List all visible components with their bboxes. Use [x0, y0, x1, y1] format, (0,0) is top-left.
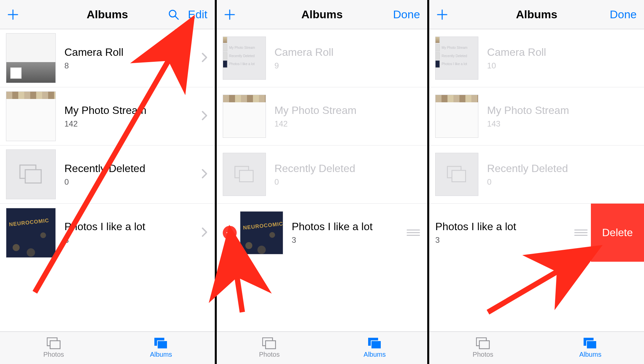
tab-label: Albums — [150, 351, 172, 358]
album-count: 143 — [487, 119, 644, 129]
done-button[interactable]: Done — [610, 8, 637, 21]
album-title: Photos I like a lot — [435, 221, 574, 233]
album-row-recently-deleted[interactable]: Recently Deleted 0 — [0, 145, 215, 204]
svg-rect-14 — [452, 170, 466, 182]
tab-label: Albums — [579, 351, 602, 358]
album-thumbnail — [6, 91, 56, 141]
album-title: Camera Roll — [275, 46, 428, 58]
album-row-photo-stream[interactable]: My Photo Stream 142 — [0, 87, 215, 145]
tab-label: Albums — [363, 351, 386, 358]
album-title: My Photo Stream — [487, 104, 644, 117]
album-thumbnail — [435, 153, 478, 196]
album-count: 3 — [435, 235, 574, 245]
tabbar: Photos Albums — [0, 331, 215, 364]
album-list-edit: My Photo Stream Recently Deleted Photos … — [429, 29, 644, 331]
album-row-photos-i-like[interactable]: Photos I like a lot 3 — [0, 204, 215, 262]
tab-albums[interactable]: Albums — [322, 332, 427, 364]
svg-rect-10 — [266, 341, 276, 349]
tabbar: Photos Albums — [217, 331, 428, 364]
add-album-button[interactable] — [224, 9, 235, 20]
tab-label: Photos — [43, 351, 64, 358]
screen-albums-view: Albums Edit Camera Roll 8 My Photo Strea… — [0, 0, 215, 364]
album-row-camera-roll: My Photo Stream Recently Deleted Photos … — [217, 29, 428, 87]
album-count: 3 — [292, 235, 407, 245]
tab-photos[interactable]: Photos — [0, 332, 107, 364]
album-row-recently-deleted: Recently Deleted 0 — [429, 145, 644, 204]
chevron-right-icon — [201, 227, 207, 238]
tab-albums[interactable]: Albums — [537, 332, 644, 364]
tab-label: Photos — [259, 351, 280, 358]
album-count: 8 — [64, 61, 201, 70]
chevron-right-icon — [201, 169, 207, 180]
album-title: Recently Deleted — [275, 162, 428, 175]
reorder-handle-icon[interactable] — [574, 229, 588, 236]
album-title: My Photo Stream — [64, 104, 201, 117]
navbar: Albums Done — [429, 0, 644, 29]
svg-rect-16 — [479, 341, 489, 349]
delete-minus-button[interactable] — [223, 226, 237, 240]
svg-rect-12 — [371, 341, 381, 349]
album-row-camera-roll[interactable]: Camera Roll 8 — [0, 29, 215, 87]
album-title: Camera Roll — [64, 46, 201, 58]
tabbar: Photos Albums — [429, 331, 644, 364]
done-button[interactable]: Done — [393, 8, 420, 21]
tab-label: Photos — [473, 351, 493, 358]
album-row-photo-stream: My Photo Stream 143 — [429, 87, 644, 145]
album-thumbnail — [6, 149, 56, 199]
navbar: Albums Done — [217, 0, 428, 29]
svg-rect-4 — [50, 341, 60, 349]
album-thumbnail: My Photo Stream Recently Deleted Photos … — [223, 37, 266, 80]
edit-button[interactable]: Edit — [188, 8, 207, 21]
album-title: Recently Deleted — [487, 162, 644, 175]
album-thumbnail — [435, 95, 478, 138]
album-thumbnail: My Photo Stream Recently Deleted Photos … — [435, 37, 478, 80]
album-count: 142 — [64, 119, 201, 129]
chevron-right-icon — [201, 111, 207, 122]
chevron-right-icon — [201, 52, 207, 64]
album-thumbnail — [6, 208, 56, 258]
tab-photos[interactable]: Photos — [217, 332, 322, 364]
album-row-recently-deleted: Recently Deleted 0 — [217, 145, 428, 204]
album-row-photo-stream: My Photo Stream 142 — [217, 87, 428, 145]
tab-albums[interactable]: Albums — [107, 332, 214, 364]
delete-confirm-button[interactable]: Delete — [591, 204, 644, 262]
svg-rect-18 — [587, 341, 597, 349]
screen-albums-delete-confirm: Albums Done My Photo Stream Recently Del… — [429, 0, 644, 364]
album-title: Photos I like a lot — [292, 221, 407, 233]
album-row-camera-roll: My Photo Stream Recently Deleted Photos … — [429, 29, 644, 87]
album-count: 142 — [275, 119, 428, 129]
album-row-photos-i-like[interactable]: Photos I like a lot 3 — [217, 204, 428, 262]
album-title: My Photo Stream — [275, 104, 428, 117]
album-count: 10 — [487, 61, 644, 70]
album-count: 9 — [275, 61, 428, 70]
album-count: 0 — [64, 177, 201, 187]
svg-rect-6 — [157, 341, 167, 349]
album-list: Camera Roll 8 My Photo Stream 142 Recent… — [0, 29, 215, 331]
album-thumbnail — [223, 153, 266, 196]
screen-albums-edit: Albums Done My Photo Stream Recently Del… — [215, 0, 430, 364]
album-thumbnail — [6, 33, 56, 83]
album-thumbnail — [223, 95, 266, 138]
add-album-button[interactable] — [7, 9, 19, 20]
album-title: Camera Roll — [487, 46, 644, 58]
add-album-button[interactable] — [437, 9, 448, 20]
svg-rect-2 — [25, 170, 41, 183]
tab-photos[interactable]: Photos — [429, 332, 536, 364]
album-count: 0 — [487, 177, 644, 187]
album-list-edit: My Photo Stream Recently Deleted Photos … — [217, 29, 428, 331]
album-thumbnail — [240, 211, 283, 254]
reorder-handle-icon[interactable] — [407, 229, 420, 236]
svg-rect-8 — [239, 170, 253, 182]
album-count: 3 — [64, 235, 201, 245]
search-button[interactable] — [168, 9, 179, 20]
navbar: Albums Edit — [0, 0, 215, 29]
album-title: Recently Deleted — [64, 162, 201, 175]
album-title: Photos I like a lot — [64, 221, 201, 233]
album-count: 0 — [275, 177, 428, 187]
album-row-photos-i-like[interactable]: Photos I like a lot 3 Delete — [429, 204, 644, 262]
